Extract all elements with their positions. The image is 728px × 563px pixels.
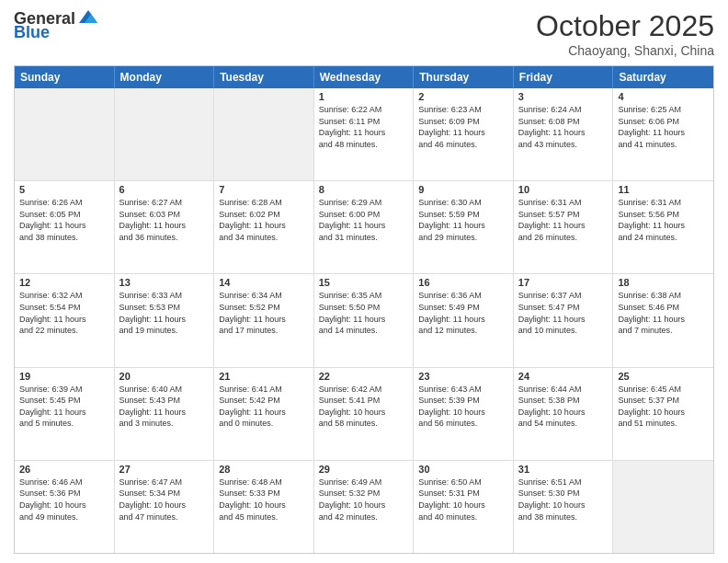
calendar-cell: 14Sunrise: 6:34 AM Sunset: 5:52 PM Dayli… xyxy=(214,274,314,366)
day-info: Sunrise: 6:25 AM Sunset: 6:06 PM Dayligh… xyxy=(618,104,709,150)
day-info: Sunrise: 6:41 AM Sunset: 5:42 PM Dayligh… xyxy=(219,384,309,430)
day-info: Sunrise: 6:27 AM Sunset: 6:03 PM Dayligh… xyxy=(119,197,210,243)
day-number: 3 xyxy=(518,91,609,102)
calendar-cell: 4Sunrise: 6:25 AM Sunset: 6:06 PM Daylig… xyxy=(613,88,713,180)
calendar-cell: 8Sunrise: 6:29 AM Sunset: 6:00 PM Daylig… xyxy=(314,181,415,273)
day-number: 30 xyxy=(418,464,508,475)
day-number: 12 xyxy=(19,277,109,288)
logo: General Blue xyxy=(14,9,99,42)
calendar-cell: 15Sunrise: 6:35 AM Sunset: 5:50 PM Dayli… xyxy=(314,274,415,366)
calendar-cell: 13Sunrise: 6:33 AM Sunset: 5:53 PM Dayli… xyxy=(115,274,215,366)
day-info: Sunrise: 6:46 AM Sunset: 5:36 PM Dayligh… xyxy=(19,477,109,523)
month-title: October 2025 xyxy=(536,9,714,43)
calendar-cell: 3Sunrise: 6:24 AM Sunset: 6:08 PM Daylig… xyxy=(514,88,614,180)
calendar-cell: 23Sunrise: 6:43 AM Sunset: 5:39 PM Dayli… xyxy=(414,368,514,460)
day-number: 16 xyxy=(418,277,508,288)
weekday-header: Saturday xyxy=(613,66,713,88)
day-number: 14 xyxy=(219,277,309,288)
day-number: 23 xyxy=(418,371,508,382)
day-info: Sunrise: 6:29 AM Sunset: 6:00 PM Dayligh… xyxy=(319,197,409,243)
day-number: 5 xyxy=(19,184,109,195)
day-number: 11 xyxy=(618,184,709,195)
calendar-cell: 1Sunrise: 6:22 AM Sunset: 6:11 PM Daylig… xyxy=(314,88,415,180)
calendar-cell: 24Sunrise: 6:44 AM Sunset: 5:38 PM Dayli… xyxy=(514,368,614,460)
day-info: Sunrise: 6:50 AM Sunset: 5:31 PM Dayligh… xyxy=(418,477,508,523)
header: General Blue October 2025 Chaoyang, Shan… xyxy=(14,9,714,58)
day-info: Sunrise: 6:39 AM Sunset: 5:45 PM Dayligh… xyxy=(19,384,109,430)
weekday-header: Tuesday xyxy=(214,66,314,88)
day-number: 9 xyxy=(418,184,508,195)
day-info: Sunrise: 6:31 AM Sunset: 5:57 PM Dayligh… xyxy=(518,197,609,243)
calendar-cell: 28Sunrise: 6:48 AM Sunset: 5:33 PM Dayli… xyxy=(214,461,314,553)
day-number: 8 xyxy=(319,184,409,195)
day-number: 25 xyxy=(618,371,709,382)
day-info: Sunrise: 6:40 AM Sunset: 5:43 PM Dayligh… xyxy=(119,384,210,430)
day-info: Sunrise: 6:49 AM Sunset: 5:32 PM Dayligh… xyxy=(319,477,409,523)
calendar-cell: 11Sunrise: 6:31 AM Sunset: 5:56 PM Dayli… xyxy=(613,181,713,273)
day-info: Sunrise: 6:43 AM Sunset: 5:39 PM Dayligh… xyxy=(418,384,508,430)
day-number: 26 xyxy=(19,464,109,475)
day-number: 27 xyxy=(119,464,210,475)
day-number: 17 xyxy=(518,277,609,288)
day-info: Sunrise: 6:37 AM Sunset: 5:47 PM Dayligh… xyxy=(518,290,609,336)
calendar-cell: 16Sunrise: 6:36 AM Sunset: 5:49 PM Dayli… xyxy=(414,274,514,366)
day-number: 10 xyxy=(518,184,609,195)
day-info: Sunrise: 6:42 AM Sunset: 5:41 PM Dayligh… xyxy=(319,384,409,430)
day-info: Sunrise: 6:24 AM Sunset: 6:08 PM Dayligh… xyxy=(518,104,609,150)
calendar-body: 1Sunrise: 6:22 AM Sunset: 6:11 PM Daylig… xyxy=(15,88,713,553)
day-info: Sunrise: 6:35 AM Sunset: 5:50 PM Dayligh… xyxy=(319,290,409,336)
calendar: SundayMondayTuesdayWednesdayThursdayFrid… xyxy=(14,65,714,554)
day-number: 24 xyxy=(518,371,609,382)
calendar-cell: 2Sunrise: 6:23 AM Sunset: 6:09 PM Daylig… xyxy=(414,88,514,180)
day-number: 28 xyxy=(219,464,309,475)
day-info: Sunrise: 6:30 AM Sunset: 5:59 PM Dayligh… xyxy=(418,197,508,243)
day-info: Sunrise: 6:33 AM Sunset: 5:53 PM Dayligh… xyxy=(119,290,210,336)
calendar-cell: 25Sunrise: 6:45 AM Sunset: 5:37 PM Dayli… xyxy=(613,368,713,460)
calendar-row: 1Sunrise: 6:22 AM Sunset: 6:11 PM Daylig… xyxy=(15,88,713,181)
day-number: 15 xyxy=(319,277,409,288)
calendar-row: 12Sunrise: 6:32 AM Sunset: 5:54 PM Dayli… xyxy=(15,274,713,367)
day-number: 7 xyxy=(219,184,309,195)
calendar-container: General Blue October 2025 Chaoyang, Shan… xyxy=(0,0,728,563)
day-number: 21 xyxy=(219,371,309,382)
day-info: Sunrise: 6:32 AM Sunset: 5:54 PM Dayligh… xyxy=(19,290,109,336)
day-info: Sunrise: 6:34 AM Sunset: 5:52 PM Dayligh… xyxy=(219,290,309,336)
day-number: 4 xyxy=(618,91,709,102)
day-number: 1 xyxy=(319,91,409,102)
day-number: 20 xyxy=(119,371,210,382)
location: Chaoyang, Shanxi, China xyxy=(536,43,714,58)
day-number: 22 xyxy=(319,371,409,382)
calendar-cell: 21Sunrise: 6:41 AM Sunset: 5:42 PM Dayli… xyxy=(214,368,314,460)
day-info: Sunrise: 6:38 AM Sunset: 5:46 PM Dayligh… xyxy=(618,290,709,336)
calendar-cell: 29Sunrise: 6:49 AM Sunset: 5:32 PM Dayli… xyxy=(314,461,415,553)
calendar-cell: 9Sunrise: 6:30 AM Sunset: 5:59 PM Daylig… xyxy=(414,181,514,273)
weekday-header: Sunday xyxy=(15,66,115,88)
day-info: Sunrise: 6:23 AM Sunset: 6:09 PM Dayligh… xyxy=(418,104,508,150)
weekday-header: Monday xyxy=(115,66,215,88)
day-info: Sunrise: 6:36 AM Sunset: 5:49 PM Dayligh… xyxy=(418,290,508,336)
calendar-header: SundayMondayTuesdayWednesdayThursdayFrid… xyxy=(15,66,713,88)
calendar-cell: 26Sunrise: 6:46 AM Sunset: 5:36 PM Dayli… xyxy=(15,461,115,553)
day-number: 6 xyxy=(119,184,210,195)
calendar-cell xyxy=(214,88,314,180)
weekday-header: Thursday xyxy=(414,66,514,88)
calendar-cell: 7Sunrise: 6:28 AM Sunset: 6:02 PM Daylig… xyxy=(214,181,314,273)
logo-blue-text: Blue xyxy=(14,23,50,42)
calendar-cell: 20Sunrise: 6:40 AM Sunset: 5:43 PM Dayli… xyxy=(115,368,215,460)
calendar-cell xyxy=(115,88,215,180)
calendar-cell: 27Sunrise: 6:47 AM Sunset: 5:34 PM Dayli… xyxy=(115,461,215,553)
day-info: Sunrise: 6:51 AM Sunset: 5:30 PM Dayligh… xyxy=(518,477,609,523)
calendar-cell: 30Sunrise: 6:50 AM Sunset: 5:31 PM Dayli… xyxy=(414,461,514,553)
calendar-cell: 22Sunrise: 6:42 AM Sunset: 5:41 PM Dayli… xyxy=(314,368,415,460)
day-number: 18 xyxy=(618,277,709,288)
day-number: 29 xyxy=(319,464,409,475)
calendar-cell xyxy=(613,461,713,553)
calendar-cell: 10Sunrise: 6:31 AM Sunset: 5:57 PM Dayli… xyxy=(514,181,614,273)
day-info: Sunrise: 6:44 AM Sunset: 5:38 PM Dayligh… xyxy=(518,384,609,430)
calendar-cell xyxy=(15,88,115,180)
weekday-header: Friday xyxy=(514,66,614,88)
calendar-cell: 18Sunrise: 6:38 AM Sunset: 5:46 PM Dayli… xyxy=(613,274,713,366)
day-info: Sunrise: 6:47 AM Sunset: 5:34 PM Dayligh… xyxy=(119,477,210,523)
day-info: Sunrise: 6:31 AM Sunset: 5:56 PM Dayligh… xyxy=(618,197,709,243)
day-info: Sunrise: 6:48 AM Sunset: 5:33 PM Dayligh… xyxy=(219,477,309,523)
